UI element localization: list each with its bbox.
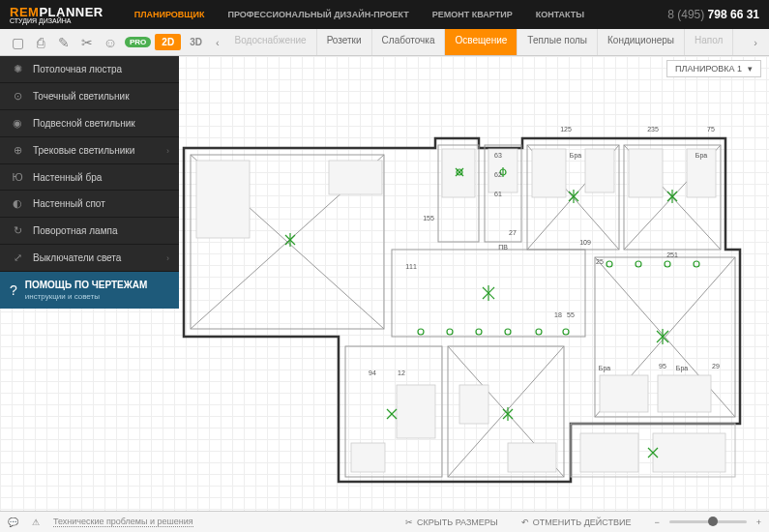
tab-water[interactable]: Водоснабжение — [225, 29, 317, 55]
svg-point-63 — [418, 329, 424, 335]
chevron-down-icon: ▾ — [748, 64, 753, 74]
tab-ac[interactable]: Кондиционеры — [598, 29, 685, 55]
nav-design[interactable]: ПРОФЕССИОНАЛЬНЫЙ ДИЗАЙН-ПРОЕКТ — [228, 10, 409, 19]
svg-rect-20 — [196, 161, 250, 238]
track-icon: ⊕ — [10, 144, 25, 157]
svg-text:235: 235 — [647, 126, 659, 133]
svg-point-68 — [563, 329, 569, 335]
tabs-next-icon[interactable]: › — [748, 37, 763, 48]
svg-point-66 — [505, 329, 511, 335]
tools-icon[interactable]: ✂ — [76, 32, 98, 53]
zoom-out-button[interactable]: − — [654, 517, 659, 527]
nav-planner[interactable]: ПЛАНИРОВЩИК — [134, 10, 205, 19]
ruler-icon[interactable]: ✎ — [53, 32, 74, 53]
sidebar-item-chandelier[interactable]: ✺Потолочная люстра — [0, 56, 179, 83]
svg-point-69 — [606, 261, 612, 267]
svg-point-72 — [694, 261, 699, 267]
chevron-right-icon: › — [166, 253, 169, 263]
sidebar-item-sconce[interactable]: ЮНастенный бра — [0, 164, 179, 191]
svg-text:27: 27 — [509, 229, 517, 236]
svg-point-67 — [536, 329, 542, 335]
tech-issues-link[interactable]: Технические проблемы и решения — [53, 517, 193, 527]
svg-text:155: 155 — [423, 215, 434, 222]
svg-rect-28 — [600, 375, 648, 412]
svg-rect-34 — [580, 433, 638, 472]
rotating-icon: ↻ — [10, 224, 25, 237]
svg-text:Бра: Бра — [599, 365, 610, 372]
floorplan[interactable]: 125 235 75 155 27 111 109 251 18 55 94 1… — [179, 95, 745, 491]
svg-point-65 — [476, 329, 482, 335]
svg-rect-21 — [329, 161, 382, 194]
svg-text:63: 63 — [494, 152, 502, 159]
svg-text:55: 55 — [567, 311, 575, 318]
svg-text:Бра: Бра — [570, 152, 581, 160]
sconce-icon: Ю — [10, 171, 25, 183]
status-bar: 💬 ⚠ Технические проблемы и решения ✂ СКР… — [0, 511, 769, 532]
main-header: REMPLANNER СТУДИЯ ДИЗАЙНА ПЛАНИРОВЩИК ПР… — [0, 0, 769, 29]
svg-text:95: 95 — [659, 363, 666, 369]
sidebar-item-rotating[interactable]: ↻Поворотная лампа — [0, 218, 179, 245]
logo[interactable]: REMPLANNER СТУДИЯ ДИЗАЙНА — [10, 5, 104, 24]
hide-dims-button[interactable]: ✂ СКРЫТЬ РАЗМЕРЫ — [405, 517, 498, 527]
chevron-right-icon: › — [166, 146, 169, 156]
svg-rect-26 — [629, 149, 663, 197]
chandelier-icon: ✺ — [10, 63, 25, 75]
svg-point-71 — [665, 261, 670, 267]
svg-rect-30 — [351, 443, 385, 472]
svg-rect-31 — [397, 385, 435, 438]
status-chat-icon[interactable]: 💬 — [8, 517, 18, 527]
pendant-icon: ◉ — [10, 117, 25, 130]
sidebar-item-switches[interactable]: ⤢Выключатели света› — [0, 245, 179, 272]
nav-repair[interactable]: РЕМОНТ КВАРТИР — [432, 10, 513, 19]
tab-heating[interactable]: Теплые полы — [518, 29, 598, 55]
sidebar-help[interactable]: ? ПОМОЩЬ ПО ЧЕРТЕЖАМ инструкции и советы — [0, 272, 179, 309]
svg-text:109: 109 — [579, 239, 591, 246]
svg-text:251: 251 — [666, 251, 678, 258]
sidebar-item-wallspot[interactable]: ◐Настенный спот — [0, 191, 179, 218]
svg-text:29: 29 — [712, 363, 720, 369]
svg-rect-29 — [658, 375, 711, 412]
switch-icon: ⤢ — [10, 251, 25, 264]
svg-point-70 — [636, 261, 641, 267]
toolbar: ▢ ⎙ ✎ ✂ ☺ PRO 2D 3D ‹ Водоснабжение Розе… — [0, 29, 769, 56]
sidebar-item-track[interactable]: ⊕Трековые светильники› — [0, 137, 179, 164]
svg-rect-35 — [653, 433, 725, 472]
svg-text:ПВ: ПВ — [498, 244, 508, 251]
pro-badge[interactable]: PRO — [125, 37, 151, 47]
zoom-slider[interactable] — [669, 520, 747, 523]
sidebar-item-spotlight[interactable]: ⊙Точечный светильник — [0, 83, 179, 110]
svg-text:75: 75 — [707, 126, 715, 133]
svg-point-64 — [447, 329, 453, 335]
spotlight-icon: ⊙ — [10, 90, 25, 103]
zoom-in-button[interactable]: + — [756, 517, 761, 527]
tab-lowvoltage[interactable]: Слаботочка — [372, 29, 446, 55]
undo-button[interactable]: ↶ ОТМЕНИТЬ ДЕЙСТВИЕ — [521, 517, 632, 527]
layout-dropdown[interactable]: ПЛАНИРОВКА 1▾ — [666, 60, 761, 77]
svg-text:62: 62 — [494, 171, 502, 178]
wallspot-icon: ◐ — [10, 197, 25, 210]
view-3d-button[interactable]: 3D — [183, 34, 209, 50]
svg-text:18: 18 — [554, 311, 562, 318]
svg-text:Бра: Бра — [695, 152, 707, 160]
tab-lighting[interactable]: Освещение — [445, 29, 518, 55]
svg-text:125: 125 — [560, 126, 572, 133]
svg-text:111: 111 — [405, 263, 417, 270]
tab-sockets[interactable]: Розетки — [317, 29, 372, 55]
new-icon[interactable]: ▢ — [7, 32, 28, 53]
status-warning-icon[interactable]: ⚠ — [32, 517, 40, 527]
help-icon: ? — [10, 282, 17, 298]
view-2d-button[interactable]: 2D — [155, 34, 181, 50]
svg-text:94: 94 — [369, 369, 376, 376]
svg-rect-33 — [508, 443, 556, 472]
phone-number: 8 (495) 798 66 31 — [667, 8, 759, 21]
tab-floor[interactable]: Напол — [685, 29, 733, 55]
nav-contacts[interactable]: КОНТАКТЫ — [536, 10, 584, 19]
svg-rect-24 — [532, 149, 566, 197]
tabs-prev-icon[interactable]: ‹ — [210, 37, 225, 48]
user-icon[interactable]: ☺ — [100, 32, 121, 53]
svg-text:25: 25 — [596, 258, 604, 265]
sidebar-item-pendant[interactable]: ◉Подвесной светильник — [0, 110, 179, 137]
print-icon[interactable]: ⎙ — [30, 32, 51, 53]
svg-text:61: 61 — [494, 191, 502, 197]
svg-text:Бра: Бра — [676, 365, 688, 372]
